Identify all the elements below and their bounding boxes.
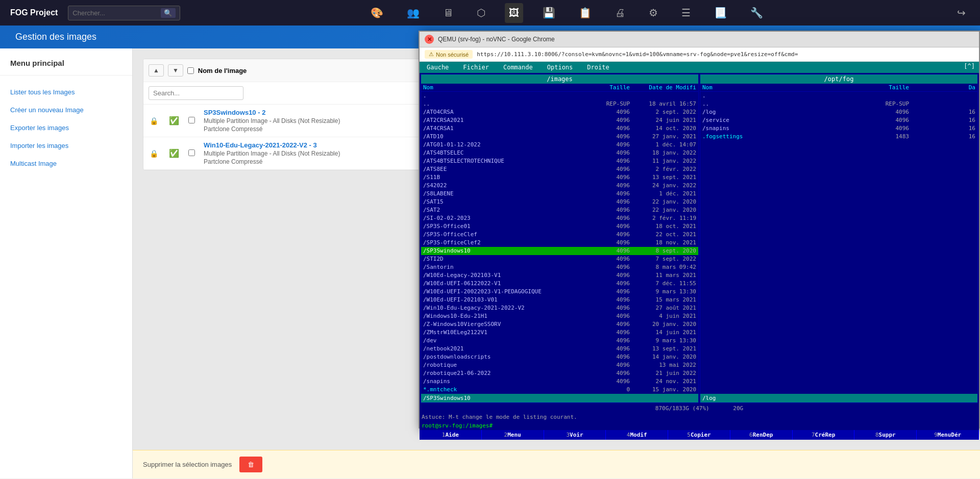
status-cell: ✅	[164, 137, 184, 170]
vnc-close-button[interactable]: ✕	[425, 35, 434, 44]
mc-right-panel-header: /opt/fog	[700, 74, 977, 84]
mc-file-row[interactable]: /ATS4BTSELECTROTECHNIQUE409611 janv. 202…	[421, 157, 698, 165]
mc-file-row[interactable]: /postdownloadscripts409614 janv. 2020	[421, 353, 698, 361]
sidebar-link-list[interactable]: Lister tous les Images	[10, 88, 75, 96]
mc-file-row[interactable]: ..REP-SUP18 avril 16:57	[421, 100, 698, 108]
mc-file-row[interactable]: /SI-02-02-202340962 févr. 11:19	[421, 214, 698, 222]
mc-file-row[interactable]: /ZMstrW10ELeg2122V1409614 juin 2021	[421, 329, 698, 337]
mc-left-col-headers: Nom Taille Date de Modifi	[421, 84, 698, 92]
mc-file-row[interactable]: /netbook2021409613 sept. 2021	[421, 345, 698, 353]
mc-file-row[interactable]: /SP3S-Office01409618 oct. 2021	[421, 222, 698, 231]
mc-file-row[interactable]: /W10Ed-UEFI-20022023-V1-PEDAGOGIQUE40969…	[421, 288, 698, 296]
list-icon[interactable]: ☰	[677, 3, 695, 23]
mc-file-row[interactable]: .fogsettings148316	[700, 133, 977, 141]
mc-file-row[interactable]: *.mntcheck015 janv. 2020	[421, 386, 698, 394]
search-button[interactable]: 🔍	[161, 8, 176, 18]
network-icon[interactable]: ⬡	[473, 3, 489, 23]
mc-file-row[interactable]: /snapins409616	[700, 124, 977, 133]
fn6-button[interactable]: 6RenDep	[730, 430, 793, 440]
mc-menu-options[interactable]: Options	[540, 63, 580, 72]
mc-file-row[interactable]: /service409616	[700, 116, 977, 124]
mc-file-row[interactable]: /Windows10-Edu-21H140964 juin 2021	[421, 312, 698, 320]
fn8-button[interactable]: 8Suppr	[854, 430, 917, 440]
sidebar-title: Menu principal	[0, 59, 132, 75]
sort-down-button[interactable]: ▼	[168, 64, 183, 77]
mc-file-row[interactable]: /SAT2409622 janv. 2020	[421, 206, 698, 214]
search-input[interactable]	[72, 9, 161, 17]
vnc-titlebar: ✕ QEMU (srv-fog) - noVNC - Google Chrome	[420, 32, 979, 47]
fn2-button[interactable]: 2Menu	[482, 430, 544, 440]
mc-file-row[interactable]: /W10Ed-UEFI-06122022-V140967 déc. 11:55	[421, 280, 698, 288]
sidebar-item-multicast[interactable]: Multicast Image	[0, 155, 132, 172]
mc-file-row[interactable]: /SP3S-OfficeClef409622 oct. 2021	[421, 231, 698, 239]
mc-menu-file[interactable]: Fichier	[456, 63, 496, 72]
sidebar-link-import[interactable]: Importer les images	[10, 142, 68, 149]
mc-file-row[interactable]: /log409616	[700, 108, 977, 116]
sidebar-item-import[interactable]: Importer les images	[0, 137, 132, 155]
mc-file-row[interactable]: /SP3S-OfficeClef2409618 nov. 2021	[421, 239, 698, 247]
sidebar-item-create[interactable]: Créer un nouveau Image	[0, 101, 132, 119]
monitor-icon[interactable]: 🖥	[439, 3, 457, 23]
wrench-icon[interactable]: 🔧	[746, 3, 767, 23]
mc-file-row[interactable]: /W10Ed-Legacy-202103-V1409611 mars 2021	[421, 271, 698, 280]
sidebar-link-multicast[interactable]: Multicast Image	[10, 160, 57, 167]
mc-file-row[interactable]: /STI2D40967 sept. 2022	[421, 255, 698, 263]
mc-menu-left[interactable]: Gauche	[420, 63, 456, 72]
row-checkbox[interactable]	[188, 149, 195, 156]
mc-file-row[interactable]: /ATS8EE40962 févr. 2022	[421, 165, 698, 173]
select-all-checkbox[interactable]	[187, 67, 194, 74]
mc-cmd-bar[interactable]: root@srv-fog:/images#	[420, 421, 979, 430]
mc-file-row[interactable]: /SAT15409622 janv. 2020	[421, 198, 698, 206]
fn7-button[interactable]: 7CréRep	[793, 430, 855, 440]
mc-file-row[interactable]: /S42022409624 janv. 2022	[421, 182, 698, 190]
palette-icon[interactable]: 🎨	[366, 3, 387, 23]
mc-file-row[interactable]: /dev40969 mars 13:30	[421, 337, 698, 345]
mc-file-row[interactable]: /snapins409624 nov. 2021	[421, 377, 698, 386]
sidebar-link-export[interactable]: Exporter les images	[10, 124, 69, 132]
mc-file-row[interactable]: /Santorin40968 mars 09:42	[421, 263, 698, 271]
table-search-input[interactable]	[149, 86, 243, 100]
delete-button[interactable]: 🗑	[239, 457, 262, 472]
mc-file-row[interactable]: /ATO4CRSA40962 sept. 2022	[421, 108, 698, 116]
doc-icon[interactable]: 📃	[710, 3, 731, 23]
mc-menu-right[interactable]: Droite	[580, 63, 616, 72]
hdd-icon[interactable]: 💾	[538, 3, 559, 23]
sidebar-link-create[interactable]: Créer un nouveau Image	[10, 106, 84, 114]
fn1-button[interactable]: 1Aide	[420, 430, 482, 440]
mc-menu-cmd[interactable]: Commande	[496, 63, 540, 72]
mc-file-row[interactable]: /S11B409613 sept. 2021	[421, 173, 698, 182]
mc-file-row[interactable]: /robotique409613 mai 2022	[421, 361, 698, 369]
mc-file-row[interactable]: /W10Ed-UEFI-202103-V01409615 mars 2021	[421, 296, 698, 304]
sort-up-button[interactable]: ▲	[149, 64, 164, 77]
mc-file-row[interactable]: /S8LABENE40961 déc. 2021	[421, 190, 698, 198]
mc-file-row[interactable]: /Win10-Edu-Legacy-2021-2022-V2409627 aoû…	[421, 304, 698, 312]
sidebar-item-list[interactable]: Lister tous les Images	[0, 83, 132, 101]
mc-file-row[interactable]: ..REP-SUP	[700, 100, 977, 108]
image-name-link[interactable]: Win10-Edu-Legacy-2021-2022-V2 - 3	[204, 141, 317, 149]
fn4-button[interactable]: 4Modif	[606, 430, 668, 440]
mc-file-row[interactable]: /ATG01-01-12-202240961 déc. 14:07	[421, 141, 698, 149]
mc-file-row[interactable]: .	[700, 92, 977, 100]
mc-file-row[interactable]: /ATD10409627 janv. 2021	[421, 133, 698, 141]
mc-file-row[interactable]: /Z-Windows10ViergeSSORV409620 janv. 2020	[421, 320, 698, 329]
fn5-button[interactable]: 5Copier	[668, 430, 730, 440]
logout-icon[interactable]: ↪	[953, 3, 970, 23]
mc-file-row[interactable]: /SP3Swindows1040968 sept. 2020	[421, 247, 698, 255]
image-name-link[interactable]: SP3Swindows10 - 2	[204, 109, 265, 116]
gear-icon[interactable]: ⚙	[645, 3, 662, 23]
mc-file-row[interactable]: /AT2CRSA2021409624 juin 2021	[421, 116, 698, 124]
print-icon[interactable]: 🖨	[611, 3, 629, 23]
image-icon[interactable]: 🖼	[505, 3, 523, 23]
copy-icon[interactable]: 📋	[575, 3, 596, 23]
mc-file-row[interactable]: /ATS4BTSELEC409618 janv. 2022	[421, 149, 698, 157]
mc-file-row[interactable]: .	[421, 92, 698, 100]
mc-left-panel-header: /images	[421, 74, 698, 84]
users-icon[interactable]: 👥	[403, 3, 424, 23]
vnc-warning: ⚠ Non sécurisé	[425, 50, 473, 59]
row-checkbox[interactable]	[188, 117, 195, 123]
mc-file-row[interactable]: /robotique21-06-2022409621 juin 2022	[421, 369, 698, 377]
sidebar-item-export[interactable]: Exporter les images	[0, 119, 132, 137]
fn3-button[interactable]: 3Voir	[544, 430, 606, 440]
fn9-button[interactable]: 9MenuDér	[917, 430, 979, 440]
mc-file-row[interactable]: /AT4CRSA1409614 oct. 2020	[421, 124, 698, 133]
